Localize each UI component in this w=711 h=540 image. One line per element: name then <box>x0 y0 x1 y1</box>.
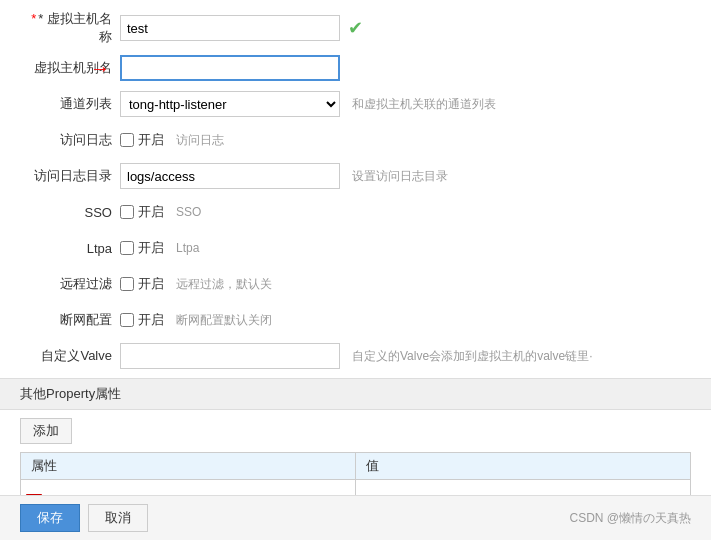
cancel-button[interactable]: 取消 <box>88 504 148 532</box>
valid-check-icon: ✔ <box>348 17 363 39</box>
ltpa-checkbox[interactable] <box>120 241 134 255</box>
required-star: * <box>31 11 36 26</box>
sso-label: SSO <box>20 205 120 220</box>
hostname-input[interactable] <box>120 15 340 41</box>
channel-select[interactable]: tong-http-listener <box>120 91 340 117</box>
custom-valve-row: 自定义Valve 自定义的Valve会添加到虚拟主机的valve链里· <box>20 342 691 370</box>
ltpa-check-text: 开启 <box>138 239 164 257</box>
access-log-dir-hint: 设置访问日志目录 <box>352 168 448 185</box>
channel-row: 通道列表 tong-http-listener 和虚拟主机关联的通道列表 <box>20 90 691 118</box>
custom-valve-hint: 自定义的Valve会添加到虚拟主机的valve链里· <box>352 348 592 365</box>
sso-check-text: 开启 <box>138 203 164 221</box>
remote-filter-row: 远程过滤 开启 远程过滤，默认关 <box>20 270 691 298</box>
save-button[interactable]: 保存 <box>20 504 80 532</box>
ltpa-hint: Ltpa <box>176 241 199 255</box>
custom-valve-input[interactable] <box>120 343 340 369</box>
footer: 保存 取消 CSDN @懒情の天真热 <box>0 495 711 540</box>
property-section: 其他Property属性 <box>0 378 711 410</box>
ltpa-label: Ltpa <box>20 241 120 256</box>
remote-filter-check-label[interactable]: 开启 <box>120 275 164 293</box>
access-log-check-label[interactable]: 开启 <box>120 131 164 149</box>
remote-filter-check-text: 开启 <box>138 275 164 293</box>
alias-row: 虚拟主机别名 → <box>20 54 691 82</box>
custom-valve-label: 自定义Valve <box>20 347 120 365</box>
sso-row: SSO 开启 SSO <box>20 198 691 226</box>
channel-hint: 和虚拟主机关联的通道列表 <box>352 96 496 113</box>
footer-watermark: CSDN @懒情の天真热 <box>569 510 691 527</box>
table-header-val: 值 <box>356 453 691 480</box>
access-log-checkbox[interactable] <box>120 133 134 147</box>
network-checkbox[interactable] <box>120 313 134 327</box>
sso-checkbox[interactable] <box>120 205 134 219</box>
network-check-text: 开启 <box>138 311 164 329</box>
hostname-label: ** 虚拟主机名称 <box>20 10 120 46</box>
access-log-row: 访问日志 开启 访问日志 <box>20 126 691 154</box>
table-header-row: 属性 值 <box>21 453 691 480</box>
hostname-row: ** 虚拟主机名称 ✔ <box>20 10 691 46</box>
add-property-button[interactable]: 添加 <box>20 418 72 444</box>
remote-filter-checkbox[interactable] <box>120 277 134 291</box>
remote-filter-label: 远程过滤 <box>20 275 120 293</box>
remote-filter-hint: 远程过滤，默认关 <box>176 276 272 293</box>
ltpa-row: Ltpa 开启 Ltpa <box>20 234 691 262</box>
sso-check-label[interactable]: 开启 <box>120 203 164 221</box>
access-log-label: 访问日志 <box>20 131 120 149</box>
network-label: 断网配置 <box>20 311 120 329</box>
access-log-dir-input[interactable] <box>120 163 340 189</box>
channel-label: 通道列表 <box>20 95 120 113</box>
access-log-dir-row: 访问日志目录 设置访问日志目录 <box>20 162 691 190</box>
alias-input[interactable] <box>120 55 340 81</box>
alias-input-wrapper: → <box>120 55 340 81</box>
access-log-hint: 访问日志 <box>176 132 224 149</box>
section-title: 其他Property属性 <box>20 386 121 401</box>
access-log-dir-label: 访问日志目录 <box>20 167 120 185</box>
network-check-label[interactable]: 开启 <box>120 311 164 329</box>
network-row: 断网配置 开启 断网配置默认关闭 <box>20 306 691 334</box>
sso-hint: SSO <box>176 205 201 219</box>
access-log-check-text: 开启 <box>138 131 164 149</box>
network-hint: 断网配置默认关闭 <box>176 312 272 329</box>
ltpa-check-label[interactable]: 开启 <box>120 239 164 257</box>
red-arrow-icon: → <box>90 57 110 80</box>
footer-actions: 保存 取消 <box>20 504 148 532</box>
table-header-attr: 属性 <box>21 453 356 480</box>
